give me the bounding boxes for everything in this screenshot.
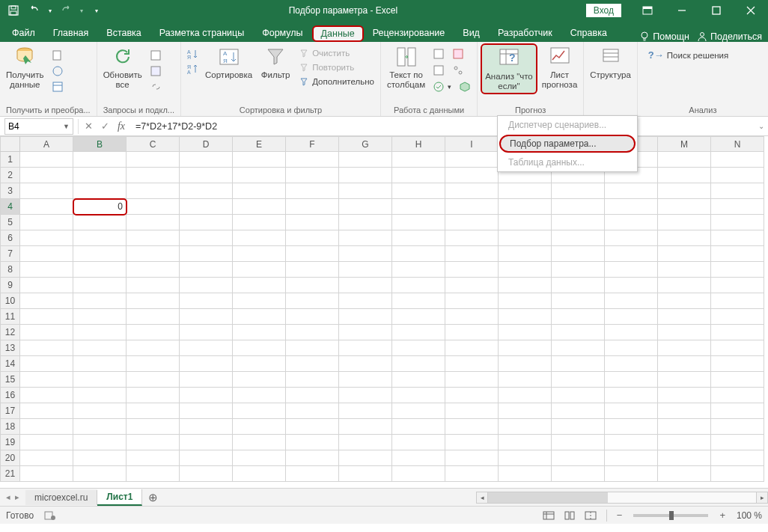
- cell-B20[interactable]: [73, 450, 127, 466]
- row-header[interactable]: 3: [1, 183, 20, 199]
- cell-B13[interactable]: [73, 340, 127, 356]
- cell-H19[interactable]: [392, 435, 445, 450]
- cell-I1[interactable]: [445, 152, 499, 168]
- cell-E7[interactable]: [233, 246, 286, 262]
- cell-I17[interactable]: [445, 403, 499, 419]
- cell-N18[interactable]: [711, 419, 764, 435]
- cell-N6[interactable]: [711, 230, 764, 246]
- cell-G18[interactable]: [339, 419, 392, 435]
- cell-F13[interactable]: [286, 340, 339, 356]
- cell-A18[interactable]: [20, 419, 73, 435]
- row-header[interactable]: 16: [1, 388, 20, 403]
- cell-B17[interactable]: [73, 403, 127, 419]
- cell-L3[interactable]: [605, 183, 658, 199]
- column-header[interactable]: I: [445, 137, 499, 152]
- cell-D16[interactable]: [180, 388, 233, 403]
- cell-I13[interactable]: [445, 340, 499, 356]
- cell-H21[interactable]: [392, 466, 445, 482]
- cell-B16[interactable]: [73, 388, 127, 403]
- macro-record-button[interactable]: [44, 510, 56, 521]
- refresh-all-button[interactable]: Обновить все: [100, 43, 145, 91]
- cell-G15[interactable]: [339, 372, 392, 388]
- cell-M9[interactable]: [658, 278, 711, 293]
- cell-D4[interactable]: [180, 199, 233, 215]
- cell-N14[interactable]: [711, 356, 764, 372]
- cell-J9[interactable]: [499, 278, 552, 293]
- cell-M13[interactable]: [658, 340, 711, 356]
- cell-I5[interactable]: [445, 215, 499, 230]
- cell-H5[interactable]: [392, 215, 445, 230]
- cell-C21[interactable]: [127, 466, 180, 482]
- cell-L5[interactable]: [605, 215, 658, 230]
- cell-H2[interactable]: [392, 168, 445, 183]
- cell-B15[interactable]: [73, 372, 127, 388]
- cell-C8[interactable]: [127, 262, 180, 278]
- cell-F16[interactable]: [286, 388, 339, 403]
- cell-C16[interactable]: [127, 388, 180, 403]
- cell-B10[interactable]: [73, 293, 127, 309]
- whatif-analysis-button[interactable]: ? Анализ "что если": [481, 43, 537, 94]
- cell-K13[interactable]: [552, 340, 605, 356]
- insert-function-button[interactable]: fx: [113, 118, 129, 135]
- cell-F14[interactable]: [286, 356, 339, 372]
- cell-M4[interactable]: [658, 199, 711, 215]
- row-header[interactable]: 10: [1, 293, 20, 309]
- cell-N19[interactable]: [711, 435, 764, 450]
- cell-D13[interactable]: [180, 340, 233, 356]
- text-to-columns-button[interactable]: Текст по столбцам: [384, 43, 428, 91]
- cell-D8[interactable]: [180, 262, 233, 278]
- accept-formula-button[interactable]: ✓: [97, 118, 113, 135]
- cell-I12[interactable]: [445, 325, 499, 340]
- cell-N12[interactable]: [711, 325, 764, 340]
- cell-G9[interactable]: [339, 278, 392, 293]
- cell-E19[interactable]: [233, 435, 286, 450]
- row-header[interactable]: 14: [1, 356, 20, 372]
- cell-H20[interactable]: [392, 450, 445, 466]
- cell-F21[interactable]: [286, 466, 339, 482]
- cell-C20[interactable]: [127, 450, 180, 466]
- tab-formulas[interactable]: Формулы: [253, 24, 311, 42]
- cell-B5[interactable]: [73, 215, 127, 230]
- cell-E15[interactable]: [233, 372, 286, 388]
- cell-J7[interactable]: [499, 246, 552, 262]
- cell-E8[interactable]: [233, 262, 286, 278]
- cell-F1[interactable]: [286, 152, 339, 168]
- cell-M19[interactable]: [658, 435, 711, 450]
- scenario-manager-item[interactable]: Диспетчер сценариев...: [498, 116, 637, 134]
- cell-K9[interactable]: [552, 278, 605, 293]
- cell-H1[interactable]: [392, 152, 445, 168]
- zoom-thumb[interactable]: [669, 511, 674, 520]
- cell-L8[interactable]: [605, 262, 658, 278]
- cell-K15[interactable]: [552, 372, 605, 388]
- cell-E18[interactable]: [233, 419, 286, 435]
- cell-N15[interactable]: [711, 372, 764, 388]
- cell-E13[interactable]: [233, 340, 286, 356]
- cell-I10[interactable]: [445, 293, 499, 309]
- cell-L12[interactable]: [605, 325, 658, 340]
- cell-K16[interactable]: [552, 388, 605, 403]
- cell-G10[interactable]: [339, 293, 392, 309]
- cell-G11[interactable]: [339, 309, 392, 325]
- data-model-button[interactable]: [456, 79, 474, 94]
- expand-formula-bar-button[interactable]: ⌄: [755, 122, 768, 130]
- zoom-out-button[interactable]: −: [615, 510, 625, 521]
- remove-duplicates-button[interactable]: [430, 63, 448, 78]
- cell-J18[interactable]: [499, 419, 552, 435]
- cell-F2[interactable]: [286, 168, 339, 183]
- cancel-formula-button[interactable]: ✕: [80, 118, 97, 135]
- cell-G7[interactable]: [339, 246, 392, 262]
- cell-A19[interactable]: [20, 435, 73, 450]
- cell-L21[interactable]: [605, 466, 658, 482]
- solver-button[interactable]: ?→Поиск решения: [645, 48, 731, 62]
- cell-F10[interactable]: [286, 293, 339, 309]
- cell-E4[interactable]: [233, 199, 286, 215]
- row-header[interactable]: 11: [1, 309, 20, 325]
- cell-D9[interactable]: [180, 278, 233, 293]
- cell-I15[interactable]: [445, 372, 499, 388]
- cell-J3[interactable]: [499, 183, 552, 199]
- cell-C17[interactable]: [127, 403, 180, 419]
- cell-I21[interactable]: [445, 466, 499, 482]
- cell-M2[interactable]: [658, 168, 711, 183]
- cell-C13[interactable]: [127, 340, 180, 356]
- scroll-track[interactable]: [488, 492, 756, 504]
